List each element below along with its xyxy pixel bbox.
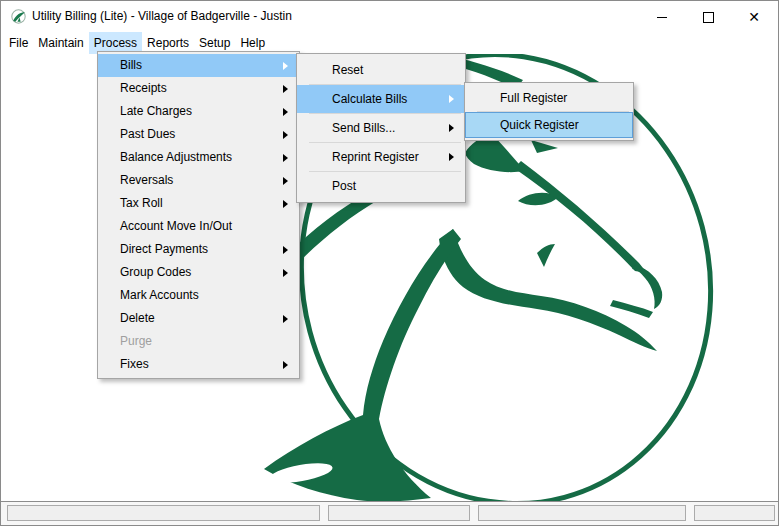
status-panel-1: [7, 505, 320, 521]
process-menu: Bills Receipts Late Charges Past Dues Ba…: [97, 51, 300, 379]
menu-item-label: Direct Payments: [120, 242, 208, 256]
menu-item-reset[interactable]: Reset: [297, 56, 465, 84]
menu-item-bills[interactable]: Bills: [98, 54, 299, 77]
submenu-arrow-icon: [449, 124, 454, 132]
submenu-arrow-icon: [449, 153, 454, 161]
minimize-icon: [657, 17, 667, 18]
submenu-arrow-icon: [283, 177, 288, 185]
menu-item-past-dues[interactable]: Past Dues: [98, 123, 299, 146]
menu-item-label: Quick Register: [500, 118, 579, 132]
menubar-item-file[interactable]: File: [4, 32, 33, 54]
submenu-arrow-icon: [283, 108, 288, 116]
submenu-arrow-icon: [283, 131, 288, 139]
submenu-arrow-icon: [283, 269, 288, 277]
window-controls: ✕: [639, 2, 777, 32]
menu-item-label: Reversals: [120, 173, 173, 187]
menu-item-purge: Purge: [98, 330, 299, 353]
menu-item-mark-accounts[interactable]: Mark Accounts: [98, 284, 299, 307]
menu-item-label: Reprint Register: [332, 150, 419, 164]
app-logo-icon[interactable]: [10, 8, 27, 25]
menu-item-label: Delete: [120, 311, 155, 325]
app-window: Utility Billing (Lite) - Village of Badg…: [0, 0, 779, 526]
window-title: Utility Billing (Lite) - Village of Badg…: [32, 1, 292, 32]
submenu-arrow-icon: [283, 200, 288, 208]
menu-item-label: Fixes: [120, 357, 149, 371]
menu-item-fixes[interactable]: Fixes: [98, 353, 299, 376]
menu-item-group-codes[interactable]: Group Codes: [98, 261, 299, 284]
menu-item-post[interactable]: Post: [297, 172, 465, 200]
menu-item-receipts[interactable]: Receipts: [98, 77, 299, 100]
submenu-arrow-icon: [283, 361, 288, 369]
title-bar: Utility Billing (Lite) - Village of Badg…: [1, 1, 778, 32]
submenu-arrow-icon: [283, 246, 288, 254]
status-bar: [1, 501, 778, 525]
submenu-arrow-icon: [283, 62, 288, 70]
submenu-arrow-icon: [449, 95, 454, 103]
menu-item-balance-adjustments[interactable]: Balance Adjustments: [98, 146, 299, 169]
menu-item-send-bills[interactable]: Send Bills...: [297, 114, 465, 142]
menu-item-reprint-register[interactable]: Reprint Register: [297, 143, 465, 171]
status-panel-2: [328, 505, 470, 521]
status-panel-3: [478, 505, 686, 521]
menu-item-full-register[interactable]: Full Register: [465, 85, 633, 111]
menu-item-label: Account Move In/Out: [120, 219, 232, 233]
menu-item-reversals[interactable]: Reversals: [98, 169, 299, 192]
menu-item-quick-register[interactable]: Quick Register: [465, 112, 633, 138]
menu-item-late-charges[interactable]: Late Charges: [98, 100, 299, 123]
submenu-arrow-icon: [283, 315, 288, 323]
menu-item-label: Mark Accounts: [120, 288, 199, 302]
menu-item-label: Purge: [120, 334, 152, 348]
menu-item-calculate-bills[interactable]: Calculate Bills: [297, 85, 465, 113]
menu-item-label: Group Codes: [120, 265, 191, 279]
calculate-bills-submenu: Full Register Quick Register: [464, 82, 634, 141]
minimize-button[interactable]: [639, 2, 685, 32]
menu-item-tax-roll[interactable]: Tax Roll: [98, 192, 299, 215]
menu-item-delete[interactable]: Delete: [98, 307, 299, 330]
submenu-arrow-icon: [283, 154, 288, 162]
status-panel-4: [694, 505, 775, 521]
menu-item-label: Past Dues: [120, 127, 175, 141]
menu-item-label: Full Register: [500, 91, 567, 105]
menu-item-label: Tax Roll: [120, 196, 163, 210]
menu-item-label: Late Charges: [120, 104, 192, 118]
menu-item-direct-payments[interactable]: Direct Payments: [98, 238, 299, 261]
menu-item-label: Post: [332, 179, 356, 193]
menu-item-label: Receipts: [120, 81, 167, 95]
maximize-button[interactable]: [685, 2, 731, 32]
close-icon: ✕: [748, 10, 760, 24]
bills-submenu: Reset Calculate Bills Send Bills... Repr…: [296, 53, 466, 203]
close-button[interactable]: ✕: [731, 2, 777, 32]
menu-item-label: Send Bills...: [332, 121, 395, 135]
maximize-icon: [703, 12, 714, 23]
menu-item-label: Reset: [332, 63, 363, 77]
menu-item-label: Bills: [120, 58, 142, 72]
menu-item-label: Balance Adjustments: [120, 150, 232, 164]
menu-item-label: Calculate Bills: [332, 92, 407, 106]
submenu-arrow-icon: [283, 85, 288, 93]
menubar-item-maintain[interactable]: Maintain: [33, 32, 88, 54]
menu-item-account-move[interactable]: Account Move In/Out: [98, 215, 299, 238]
